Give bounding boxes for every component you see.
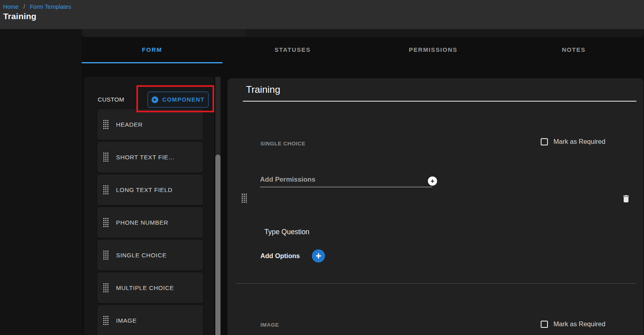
plus-icon: + [431, 178, 435, 184]
drag-handle-icon[interactable] [103, 217, 109, 227]
drag-handle-icon[interactable] [103, 185, 109, 195]
component-item-label: SHORT TEXT FIE… [116, 154, 175, 161]
custom-group-label: CUSTOM [98, 96, 124, 103]
tab-notes[interactable]: NOTES [504, 37, 644, 63]
trash-icon [621, 194, 631, 204]
delete-question-button[interactable] [621, 194, 631, 204]
question-type-label: SINGLE CHOICE [260, 141, 305, 147]
component-item-label: IMAGE [116, 317, 137, 324]
component-list-scrollbar-thumb[interactable] [215, 155, 221, 335]
breadcrumb-home-link[interactable]: Home [3, 4, 19, 10]
question-type-label: IMAGE [260, 322, 279, 328]
drag-handle-icon[interactable] [103, 250, 109, 260]
drag-handle-icon[interactable] [103, 120, 109, 129]
content-top-strip-left [82, 29, 245, 37]
add-component-button-label: COMPONENT [162, 96, 205, 103]
form-title-input[interactable]: Training [243, 84, 636, 102]
add-permission-button[interactable]: + [428, 176, 437, 186]
component-item-phone-number[interactable]: PHONE NUMBER [97, 207, 203, 238]
mark-required-label: Mark as Required [553, 138, 605, 145]
plus-circle-icon: + [152, 96, 158, 103]
breadcrumb: Home / Form Templates [3, 4, 644, 10]
tab-permissions[interactable]: PERMISSIONS [363, 37, 504, 63]
component-list: HEADER SHORT TEXT FIE… LONG TEXT FIELD P… [97, 109, 203, 335]
add-options-row: Add Options + [260, 249, 325, 263]
drag-handle-icon[interactable] [103, 315, 109, 325]
drag-handle-icon[interactable] [103, 283, 109, 293]
mark-required-checkbox[interactable] [541, 321, 548, 328]
question-divider [236, 283, 636, 284]
form-editor-panel: Training SINGLE CHOICE Mark as Required … [228, 79, 643, 335]
component-item-image[interactable]: IMAGE [97, 305, 203, 335]
tab-bar: FORM STATUSES PERMISSIONS NOTES [82, 37, 644, 63]
component-item-label: SINGLE CHOICE [116, 252, 167, 259]
component-item-long-text[interactable]: LONG TEXT FIELD [97, 174, 203, 205]
mark-required-row: Mark as Required [541, 138, 605, 145]
component-item-single-choice[interactable]: SINGLE CHOICE [97, 240, 203, 270]
component-item-header[interactable]: HEADER [97, 109, 203, 140]
component-item-label: LONG TEXT FIELD [116, 186, 173, 193]
component-item-label: PHONE NUMBER [116, 219, 168, 226]
add-options-label: Add Options [260, 252, 300, 260]
page-header: Home / Form Templates Training [0, 0, 644, 29]
tab-statuses[interactable]: STATUSES [223, 37, 363, 63]
plus-icon: + [315, 252, 321, 260]
add-component-button[interactable]: + COMPONENT [148, 92, 209, 108]
component-item-label: MULTIPLE CHOICE [116, 284, 174, 291]
component-item-multiple-choice[interactable]: MULTIPLE CHOICE [97, 272, 203, 303]
component-item-label: HEADER [116, 121, 143, 128]
breadcrumb-separator: / [24, 4, 25, 10]
mark-required-checkbox[interactable] [541, 138, 548, 145]
add-option-button[interactable]: + [312, 249, 325, 263]
mark-required-row: Mark as Required [541, 320, 605, 328]
add-permissions-field[interactable]: Add Permissions + [260, 176, 432, 187]
mark-required-label: Mark as Required [553, 320, 605, 328]
add-permissions-label: Add Permissions [260, 176, 315, 183]
component-item-short-text[interactable]: SHORT TEXT FIE… [97, 142, 203, 172]
component-list-scrollbar-track[interactable] [215, 77, 221, 335]
tab-form[interactable]: FORM [82, 37, 223, 63]
breadcrumb-form-templates-link[interactable]: Form Templates [30, 4, 71, 10]
question-drag-handle-icon[interactable] [241, 193, 247, 203]
type-question-field[interactable]: Type Question [264, 228, 309, 236]
drag-handle-icon[interactable] [103, 152, 109, 162]
page-title: Training [2, 12, 644, 21]
